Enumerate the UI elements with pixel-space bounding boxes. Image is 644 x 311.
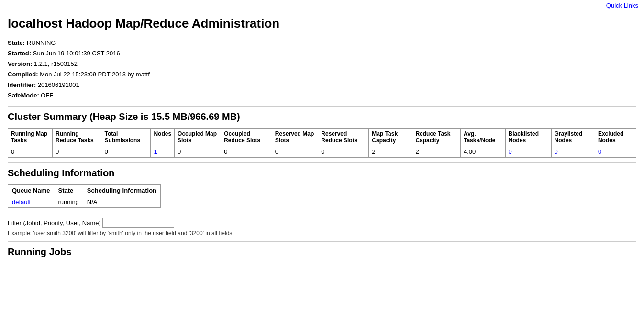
page-title: localhost Hadoop Map/Reduce Administrati… <box>8 16 636 31</box>
col-blacklisted-nodes: Blacklisted Nodes <box>505 128 551 146</box>
filter-hint: Example: 'user:smith 3200' will filter b… <box>8 230 636 236</box>
main-content: localhost Hadoop Map/Reduce Administrati… <box>0 11 644 268</box>
col-graylisted-nodes: Graylisted Nodes <box>551 128 595 146</box>
col-running-reduce-tasks: Running Reduce Tasks <box>52 128 101 146</box>
col-running-map-tasks: Running Map Tasks <box>8 128 53 146</box>
cell-running-reduce-tasks: 0 <box>52 146 101 157</box>
started-row: Started: Sun Jun 19 10:01:39 CST 2016 <box>8 48 636 59</box>
col-nodes: Nodes <box>151 128 175 146</box>
filter-input[interactable] <box>102 218 174 228</box>
identifier-value-text: 201606191001 <box>38 81 79 88</box>
divider-3 <box>8 213 636 213</box>
sched-col-scheduling-info: Scheduling Information <box>83 184 160 196</box>
started-value-text: Sun Jun 19 10:01:39 CST 2016 <box>33 50 120 57</box>
state-value-text: RUNNING <box>27 39 56 46</box>
state-label: State: <box>8 39 25 46</box>
state-row: State: RUNNING <box>8 38 636 48</box>
identifier-label: Identifier: <box>8 81 36 88</box>
filter-section: Filter (Jobid, Priority, User, Name) Exa… <box>8 218 636 236</box>
top-bar: Quick Links <box>0 0 644 11</box>
col-excluded-nodes: Excluded Nodes <box>595 128 636 146</box>
identifier-row: Identifier: 201606191001 <box>8 80 636 90</box>
cell-reserved-reduce-slots: 0 <box>318 146 369 157</box>
col-occupied-reduce-slots: Occupied Reduce Slots <box>221 128 272 146</box>
scheduling-table: Queue Name State Scheduling Information … <box>8 184 161 208</box>
filter-label: Filter (Jobid, Priority, User, Name) <box>8 219 101 226</box>
cell-occupied-reduce-slots: 0 <box>221 146 272 157</box>
cell-blacklisted-nodes[interactable]: 0 <box>505 146 551 157</box>
cell-excluded-nodes[interactable]: 0 <box>595 146 636 157</box>
version-label: Version: <box>8 60 32 67</box>
cell-graylisted-nodes[interactable]: 0 <box>551 146 595 157</box>
table-row: 00010000224.00000 <box>8 146 636 157</box>
started-label: Started: <box>8 50 31 57</box>
compiled-label: Compiled: <box>8 71 38 78</box>
version-row: Version: 1.2.1, r1503152 <box>8 59 636 69</box>
sched-cell-state: running <box>54 196 83 207</box>
col-reduce-task-capacity: Reduce Task Capacity <box>412 128 461 146</box>
cell-reserved-map-slots: 0 <box>272 146 318 157</box>
divider-1 <box>8 106 636 107</box>
col-reserved-reduce-slots: Reserved Reduce Slots <box>318 128 369 146</box>
compiled-row: Compiled: Mon Jul 22 15:23:09 PDT 2013 b… <box>8 69 636 80</box>
table-row: defaultrunningN/A <box>8 196 161 207</box>
safemode-row: SafeMode: OFF <box>8 90 636 101</box>
version-value-text: 1.2.1, r1503152 <box>34 60 78 67</box>
cluster-table-header-row: Running Map Tasks Running Reduce Tasks T… <box>8 128 636 146</box>
cell-avg-tasks-per-node: 4.00 <box>460 146 505 157</box>
col-occupied-map-slots: Occupied Map Slots <box>175 128 221 146</box>
compiled-value-text: Mon Jul 22 15:23:09 PDT 2013 by mattf <box>40 71 150 78</box>
sched-col-state: State <box>54 184 83 196</box>
cell-running-map-tasks: 0 <box>8 146 53 157</box>
cluster-summary-table: Running Map Tasks Running Reduce Tasks T… <box>8 128 636 158</box>
cell-reduce-task-capacity: 2 <box>412 146 461 157</box>
scheduling-header-row: Queue Name State Scheduling Information <box>8 184 161 196</box>
col-map-task-capacity: Map Task Capacity <box>369 128 412 146</box>
cluster-summary-heading: Cluster Summary (Heap Size is 15.5 MB/96… <box>8 111 636 122</box>
cell-total-submissions: 0 <box>101 146 151 157</box>
divider-2 <box>8 162 636 163</box>
cell-nodes[interactable]: 1 <box>151 146 175 157</box>
running-jobs-heading: Running Jobs <box>8 247 636 257</box>
safemode-label: SafeMode: <box>8 92 39 99</box>
sched-cell-scheduling-info: N/A <box>83 196 160 207</box>
col-reserved-map-slots: Reserved Map Slots <box>272 128 318 146</box>
col-avg-tasks-node: Avg. Tasks/Node <box>460 128 505 146</box>
col-total-submissions: Total Submissions <box>101 128 151 146</box>
sched-col-queue-name: Queue Name <box>8 184 54 196</box>
sched-cell-queue-name[interactable]: default <box>8 196 54 207</box>
divider-4 <box>8 241 636 242</box>
scheduling-heading: Scheduling Information <box>8 168 636 179</box>
info-section: State: RUNNING Started: Sun Jun 19 10:01… <box>8 38 636 101</box>
cell-map-task-capacity: 2 <box>369 146 412 157</box>
safemode-value-text: OFF <box>41 92 53 99</box>
quick-links-link[interactable]: Quick Links <box>606 2 638 9</box>
cell-occupied-map-slots: 0 <box>175 146 221 157</box>
